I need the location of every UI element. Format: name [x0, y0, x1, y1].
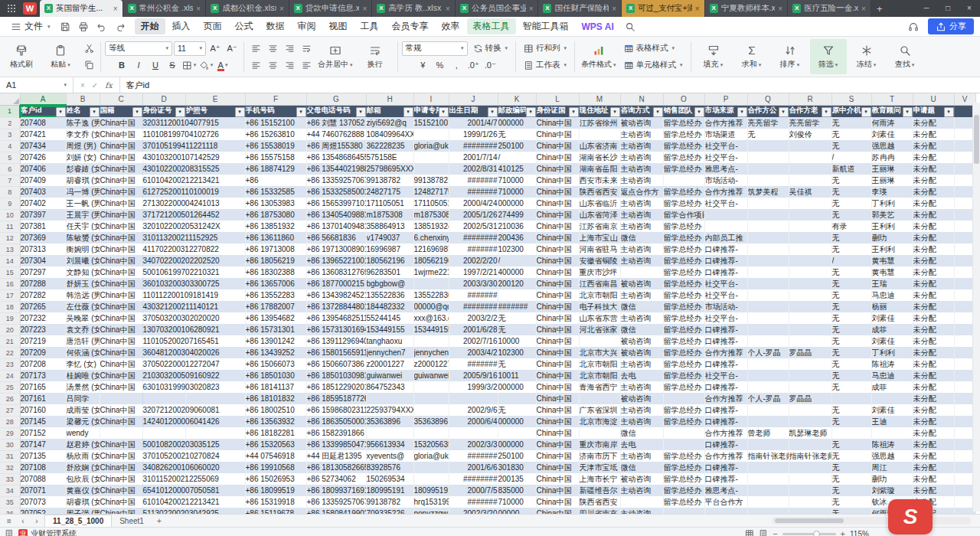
cell[interactable]: 207145 [20, 416, 66, 427]
cell[interactable]: 左仕薇 (女) [66, 301, 100, 312]
cell[interactable]: 未分配 [913, 266, 954, 278]
cell[interactable]: / [831, 152, 871, 163]
column-header-K[interactable]: K [498, 93, 536, 105]
cell[interactable] [413, 163, 449, 175]
cell[interactable]: 凯瑟琳老师 [789, 427, 831, 439]
cell[interactable]: guiwanwei [366, 370, 413, 381]
cell[interactable] [747, 508, 789, 514]
cell[interactable]: 新疆维吾尔 [579, 485, 620, 496]
cell[interactable]: 180562196 [366, 255, 413, 266]
cell[interactable]: 指南针张老师 [789, 450, 831, 462]
cell[interactable]: China中国 [536, 462, 579, 473]
header-cell[interactable]: ▾现住地址 [579, 105, 620, 117]
cell[interactable]: 江苏省徐州 [579, 117, 620, 129]
cell[interactable]: 微信 [620, 301, 663, 312]
cell[interactable]: 10011 [498, 370, 536, 381]
cell[interactable]: 430103200107142529 [142, 152, 185, 163]
header-cell[interactable]: ▾咨询方式 [620, 105, 663, 117]
cell[interactable]: 未分配 [913, 129, 954, 140]
header-cell[interactable]: ▾原中介机 [831, 105, 871, 117]
cell[interactable]: 未分配 [913, 255, 954, 266]
close-tab-icon[interactable]: × [695, 5, 700, 13]
cell[interactable]: 口碑推荐- [704, 358, 747, 370]
cell[interactable]: 社交平台- [704, 289, 747, 301]
cell[interactable] [789, 209, 831, 221]
cell[interactable] [747, 485, 789, 496]
cell[interactable]: 山东省东营 [579, 312, 620, 324]
cell[interactable]: 冯一博 (男) [66, 186, 100, 198]
cell[interactable]: 00000@qq [413, 301, 449, 312]
cell[interactable]: China中国 [536, 232, 579, 243]
cell[interactable]: 天津市宝坻 [579, 462, 620, 473]
formula-value[interactable]: 客户id [120, 77, 980, 93]
cell[interactable] [747, 221, 789, 232]
cell[interactable]: China中国 [536, 266, 579, 278]
cell[interactable]: China中国 [100, 508, 142, 514]
cell[interactable]: 重庆市南岸 [579, 439, 620, 450]
cell[interactable]: 500108200203035125 [142, 439, 185, 450]
cell[interactable]: 207232 [20, 312, 66, 324]
cell[interactable] [663, 175, 704, 186]
cell[interactable]: 任天宇 (女) [66, 221, 100, 232]
cell[interactable]: 社交平台- [704, 140, 747, 152]
cell[interactable] [498, 427, 536, 439]
cell[interactable]: +86 1877000215 [306, 278, 366, 289]
cell[interactable]: 苏冉冉 [871, 152, 913, 163]
cell[interactable]: +86 15263810 [245, 129, 306, 140]
cell[interactable]: 指南针张老师 [747, 450, 789, 462]
cell[interactable] [789, 221, 831, 232]
cell[interactable]: 2002/5/31 [449, 221, 498, 232]
cell[interactable]: 刘晨曦 (女) [66, 255, 100, 266]
cell[interactable]: China中国 [536, 152, 579, 163]
cell[interactable]: 207160 [20, 404, 66, 416]
cell[interactable] [789, 278, 831, 289]
cell[interactable]: +86 18056219 [245, 255, 306, 266]
cell[interactable]: 留学总经办 [663, 117, 704, 129]
cell[interactable]: +86 18099519 [245, 485, 306, 496]
cell[interactable] [413, 129, 449, 140]
cell[interactable] [789, 175, 831, 186]
cell[interactable]: 358864913 [366, 221, 413, 232]
cell[interactable]: hrq153199 [413, 496, 449, 508]
percent-format-button[interactable]: % [432, 58, 447, 73]
close-tab-icon[interactable]: × [196, 5, 201, 13]
cell[interactable]: ######## [449, 473, 498, 485]
cell[interactable]: +86 13399850471 [306, 439, 366, 450]
cell[interactable]: 社交平台- [704, 152, 747, 163]
cell[interactable] [747, 266, 789, 278]
cell[interactable]: 新航道 [831, 163, 871, 175]
cell[interactable]: 去电 [620, 370, 663, 381]
sheet-list-button[interactable]: ≡ [3, 517, 15, 525]
cell[interactable]: 西安市未来 [579, 175, 620, 186]
cell[interactable]: 北京市朝阳 [579, 370, 620, 381]
cell[interactable]: 成雨莹 (女) [66, 404, 100, 416]
cell[interactable]: +86 13548686455 [306, 152, 366, 163]
cell[interactable]: 湖南省长沙 [579, 152, 620, 163]
cell[interactable]: China中国 [536, 496, 579, 508]
cell[interactable]: 410125 [498, 163, 536, 175]
cell[interactable]: 无 [831, 462, 871, 473]
cell[interactable]: 200436 [498, 232, 536, 243]
cell[interactable]: 207071 [20, 485, 66, 496]
cell[interactable]: 主动咨询 [620, 508, 663, 514]
app-launcher-button[interactable] [3, 0, 20, 17]
cell[interactable] [747, 439, 789, 450]
cell[interactable]: 丁利利 [871, 198, 913, 209]
header-cell[interactable]: ▾国籍 [100, 105, 142, 117]
cell[interactable]: 200120 [498, 278, 536, 289]
cell[interactable]: 上海市宝山 [579, 232, 620, 243]
cell[interactable]: 110108199704102726 [142, 129, 185, 140]
cell[interactable]: 2000/4/24 [449, 198, 498, 209]
view-layout-button[interactable] [759, 529, 768, 536]
cell[interactable]: 未分配 [913, 243, 954, 255]
cell[interactable]: jennychen7 [413, 347, 449, 358]
cell[interactable] [747, 140, 789, 152]
cell[interactable]: 去电 [620, 439, 663, 450]
cell[interactable]: 留学总经办 [663, 232, 704, 243]
cell[interactable]: 无 [831, 370, 871, 381]
cell[interactable] [789, 266, 831, 278]
row-header[interactable]: 20 [0, 324, 20, 335]
cell[interactable]: 2002/9/6 [449, 404, 498, 416]
cell[interactable]: 207165 [20, 381, 66, 393]
cell[interactable]: 筑梦美程 [747, 186, 789, 198]
